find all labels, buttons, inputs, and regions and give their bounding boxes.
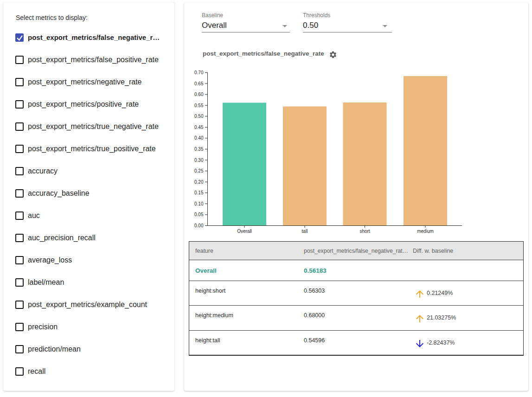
svg-text:tall: tall	[302, 229, 308, 234]
svg-text:0.05: 0.05	[194, 212, 204, 217]
svg-text:0.25: 0.25	[194, 168, 204, 173]
svg-text:0.65: 0.65	[194, 81, 204, 86]
svg-text:0.45: 0.45	[194, 125, 204, 130]
svg-text:0.10: 0.10	[194, 201, 204, 206]
svg-text:0.50: 0.50	[194, 114, 204, 119]
svg-text:0.00: 0.00	[194, 223, 204, 228]
svg-text:0.20: 0.20	[194, 179, 204, 185]
svg-text:0.30: 0.30	[194, 158, 204, 163]
svg-text:Overall: Overall	[237, 229, 252, 234]
svg-text:0.55: 0.55	[194, 103, 204, 108]
svg-text:short: short	[359, 229, 370, 234]
svg-text:0.60: 0.60	[194, 92, 204, 97]
svg-text:0.70: 0.70	[194, 70, 204, 75]
svg-text:medium: medium	[417, 229, 434, 234]
svg-text:0.15: 0.15	[194, 190, 204, 195]
svg-text:0.40: 0.40	[194, 135, 204, 141]
svg-text:0.35: 0.35	[194, 147, 204, 152]
